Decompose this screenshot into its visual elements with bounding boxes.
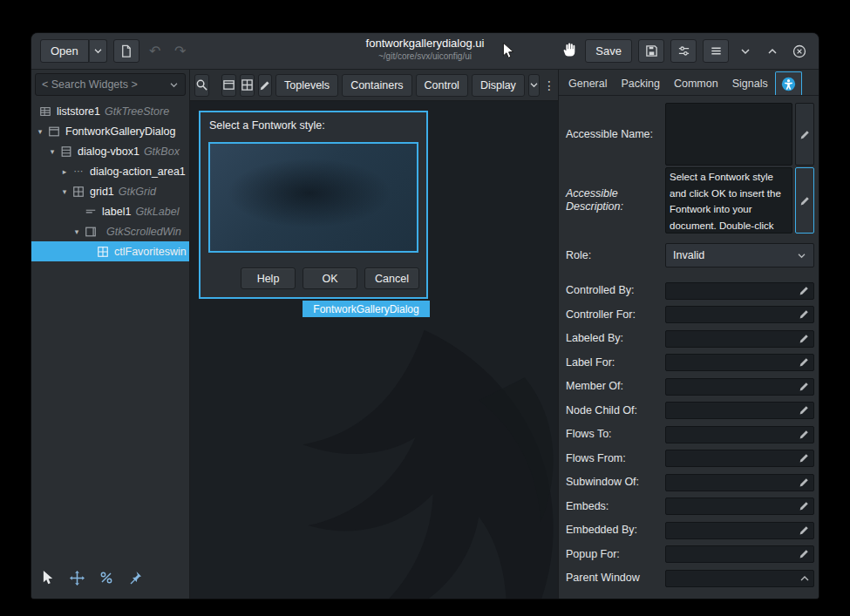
- design-canvas[interactable]: Select a Fontwork style: Help OK Cancel …: [190, 101, 558, 599]
- new-file-icon: [119, 44, 133, 58]
- labeled-by-field[interactable]: [665, 330, 814, 348]
- tab-common[interactable]: Common: [667, 71, 725, 95]
- canvas-tool-bar: [31, 560, 189, 599]
- save-button[interactable]: Save: [585, 39, 632, 63]
- cancel-button[interactable]: Cancel: [364, 267, 419, 289]
- palette-group-display[interactable]: Display: [472, 74, 525, 97]
- open-button[interactable]: Open: [40, 39, 89, 63]
- tree-item-label1[interactable]: label1 GtkLabel: [31, 201, 189, 221]
- pencil-icon[interactable]: [799, 525, 810, 538]
- pencil-icon[interactable]: [799, 333, 810, 347]
- redo-icon[interactable]: ↷: [171, 43, 190, 59]
- close-icon: [792, 44, 806, 58]
- inspector-tabs: General Packing Common Signals: [559, 70, 819, 96]
- accessible-description-field[interactable]: Select a Fontwork style and click OK to …: [665, 167, 792, 234]
- popup-for-field[interactable]: [665, 545, 814, 563]
- label-for-field[interactable]: [665, 354, 814, 371]
- tree-item-fontworkgallerydialog[interactable]: ▾ FontworkGalleryDialog: [31, 121, 189, 141]
- pencil-icon[interactable]: [799, 452, 810, 466]
- alignment-edit-tool-icon[interactable]: [128, 571, 142, 588]
- accessibility-properties[interactable]: Accessible Name: Accessible Description:…: [559, 96, 819, 599]
- palette-group-toplevels[interactable]: Toplevels: [275, 74, 338, 97]
- row-flows-to: Flows To:: [566, 423, 814, 447]
- pencil-icon: [799, 129, 811, 140]
- grid-icon: [241, 78, 254, 91]
- widget-search-combo[interactable]: < Search Widgets >: [35, 73, 186, 96]
- tree-item-dialog-action-area[interactable]: ▸ ⋯ dialog-action_area1: [31, 161, 189, 181]
- selection-tool-icon[interactable]: [42, 570, 55, 590]
- accessible-name-edit-button[interactable]: [795, 103, 814, 166]
- search-widgets-button[interactable]: [194, 74, 209, 97]
- row-embeds: Embeds:: [566, 495, 814, 519]
- overflow-menu-icon[interactable]: ⋮: [543, 78, 555, 92]
- tab-general[interactable]: General: [561, 71, 614, 95]
- controller-for-field[interactable]: [665, 306, 814, 323]
- margin-edit-tool-icon[interactable]: [99, 571, 113, 588]
- pencil-icon[interactable]: [799, 285, 810, 299]
- edit-mode-button[interactable]: [258, 74, 272, 97]
- design-area: Toplevels Containers Control Display ⋮ S…: [190, 70, 558, 599]
- expander-open-icon[interactable]: ▾: [71, 227, 82, 236]
- toplevel-view-button[interactable]: [221, 74, 236, 97]
- ok-button[interactable]: OK: [303, 267, 357, 289]
- tree-item-dialog-vbox1[interactable]: ▾ dialog-vbox1 GtkBox: [31, 141, 189, 161]
- flows-to-field[interactable]: [665, 426, 814, 443]
- pencil-icon[interactable]: [799, 548, 810, 562]
- headerbar: Open ↶ ↷ fontworkgallerydialog.ui ~/git/…: [31, 33, 819, 70]
- palette-group-control[interactable]: Control: [416, 74, 468, 97]
- tab-accessibility-active[interactable]: [775, 71, 802, 95]
- scrolledwindow-icon: [84, 225, 98, 239]
- grid-view-button[interactable]: [240, 74, 255, 97]
- role-combobox[interactable]: Invalid: [665, 243, 814, 267]
- menu-button[interactable]: [703, 39, 729, 63]
- accessible-description-edit-button[interactable]: [795, 167, 814, 234]
- pencil-icon[interactable]: [799, 500, 810, 514]
- tree-item-liststore1[interactable]: liststore1 GtkTreeStore: [31, 101, 189, 121]
- drag-resize-tool-icon[interactable]: [70, 571, 85, 589]
- pencil-icon[interactable]: [799, 381, 810, 395]
- close-button[interactable]: [789, 39, 810, 63]
- property-inspector: General Packing Common Signals Accessibl…: [558, 70, 819, 599]
- tab-packing[interactable]: Packing: [614, 71, 666, 95]
- row-label-for: Label For:: [566, 351, 814, 376]
- help-button[interactable]: Help: [241, 267, 296, 289]
- widget-tree-panel: < Search Widgets > liststore1 GtkTreeSto…: [31, 70, 190, 599]
- tab-signals[interactable]: Signals: [725, 71, 775, 95]
- open-dropdown-button[interactable]: [89, 39, 107, 63]
- subwindow-of-field[interactable]: [665, 474, 814, 491]
- member-of-field[interactable]: [665, 378, 814, 396]
- scroll-up-icon[interactable]: [799, 572, 810, 585]
- expander-closed-icon[interactable]: ▸: [59, 167, 70, 176]
- expander-open-icon[interactable]: ▾: [59, 187, 70, 196]
- undo-icon[interactable]: ↶: [146, 43, 165, 59]
- expand-down-button[interactable]: [735, 39, 756, 63]
- node-child-of-field[interactable]: [665, 402, 814, 419]
- palette-group-containers[interactable]: Containers: [342, 74, 411, 97]
- controlled-by-field[interactable]: [665, 282, 814, 300]
- tree-item-ctlfavorites-selected[interactable]: ctlFavoriteswin: [31, 241, 189, 261]
- tree-item-grid1[interactable]: ▾ grid1 GtkGrid: [31, 181, 189, 201]
- pencil-icon[interactable]: [799, 308, 810, 322]
- new-project-button[interactable]: [113, 39, 139, 63]
- tree-item-gtkscrolledwindow[interactable]: ▾ GtkScrolledWin: [31, 221, 189, 241]
- accessible-name-field[interactable]: [665, 103, 792, 166]
- pencil-icon[interactable]: [799, 404, 810, 418]
- embedded-by-field[interactable]: [665, 522, 814, 539]
- expander-open-icon[interactable]: ▾: [35, 127, 45, 136]
- widget-tree[interactable]: liststore1 GtkTreeStore ▾ FontworkGaller…: [31, 99, 189, 560]
- pencil-icon[interactable]: [799, 356, 810, 370]
- collapse-up-button[interactable]: [762, 39, 783, 63]
- save-as-button[interactable]: [638, 39, 664, 63]
- more-groups-button[interactable]: [528, 74, 540, 97]
- pencil-icon[interactable]: [799, 429, 810, 443]
- expander-open-icon[interactable]: ▾: [47, 147, 58, 156]
- fontwork-gallery-preview[interactable]: [208, 142, 418, 253]
- dialog-preview[interactable]: Select a Fontwork style: Help OK Cancel: [199, 111, 428, 299]
- selection-name-badge[interactable]: FontworkGalleryDialog: [303, 301, 430, 317]
- pencil-icon: [259, 79, 271, 91]
- embeds-field[interactable]: [665, 498, 814, 515]
- preferences-button[interactable]: [670, 39, 697, 63]
- flows-from-field[interactable]: [665, 450, 814, 467]
- pencil-icon[interactable]: [799, 477, 810, 491]
- parent-window-field[interactable]: [665, 570, 814, 587]
